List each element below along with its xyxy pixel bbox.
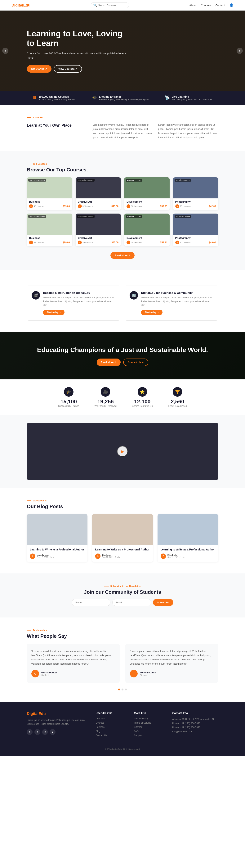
footer-more-3[interactable]: Sitemap <box>134 726 165 728</box>
hero2-section: Educating Champions of a Just and Sustai… <box>0 332 245 379</box>
course-card-6[interactable]: 101 Online Courses Creative Art B 30 Les… <box>76 214 121 246</box>
course-author-2: B 32 Lessons <box>78 204 93 208</box>
stats-bar: 🖥 100,000 Online Courses Focus is having… <box>0 91 245 105</box>
dot-2[interactable] <box>121 688 124 690</box>
facebook-icon[interactable]: f <box>27 729 33 735</box>
search-icon: 🔍 <box>93 3 97 7</box>
nav-about[interactable]: About <box>189 4 197 7</box>
footer-link-1[interactable]: About Us <box>96 717 126 720</box>
stat-item-3: 📡 Live Learning Start with your goals in… <box>165 95 212 100</box>
search-bar[interactable]: 🔍 <box>91 2 129 8</box>
counter-num-3: 12,100 <box>132 399 153 405</box>
footer-link-2[interactable]: Courses <box>96 721 126 724</box>
user-icon[interactable]: 👤 <box>229 3 234 7</box>
newsletter-email-input[interactable] <box>112 599 151 606</box>
footer-link-4[interactable]: Blog <box>96 730 126 733</box>
hero2-buttons: Read More ↗ Contact Us ↗ <box>27 359 218 366</box>
blog-thumb-1 <box>27 514 88 545</box>
footer-useful-links: Usefull Links About Us Courses Services … <box>96 712 126 738</box>
dot-3[interactable] <box>125 688 127 690</box>
course-meta-3: C 30 Lessons $59.00 <box>127 204 167 208</box>
about-title: Learn at Your Own Place <box>27 123 87 128</box>
course-author-4: D 20 Lessons <box>175 204 190 208</box>
nav-courses[interactable]: Courses <box>201 4 211 7</box>
youtube-icon[interactable]: ▶ <box>50 729 56 735</box>
counter-4: 🏆 2,560 Firmly Established <box>168 387 187 407</box>
newsletter-section: Subscribe to our Newsletter Join our Com… <box>0 574 245 618</box>
course-thumb-7: 40 Online Courses <box>124 214 170 235</box>
course-info-6: Creative Art B 30 Lessons $45.00 <box>76 235 121 246</box>
play-button[interactable]: ▶ <box>117 446 128 457</box>
course-card-1[interactable]: 104 Online Courses Business A 40 Lessons… <box>27 177 72 210</box>
read-more-button-2[interactable]: Read More ↗ <box>97 359 120 366</box>
cta-section: 🎬 Become a instructor on DigitalEdu Lore… <box>0 270 245 332</box>
course-meta-5: A 42 Lessons $89.00 <box>29 241 70 244</box>
courses-section: Top Courses Browse Our Top Courses. 104 … <box>0 151 245 270</box>
navbar: DigitalEdu 🔍 About Courses Contact 👤 <box>0 0 245 10</box>
blog-card-3[interactable]: Learning to Write as a Professional Auth… <box>158 514 218 562</box>
stat-item-2: 🎓 Lifetime Entrance Here since giving th… <box>92 95 149 100</box>
footer-more-5[interactable]: Support <box>134 734 165 737</box>
course-title-8: Photography <box>175 237 216 240</box>
blog-card-1[interactable]: Learning to Write as a Professional Auth… <box>27 514 88 562</box>
footer-more-1[interactable]: Privacy Policy <box>134 717 165 720</box>
counter-label-1: Successfully Trained <box>58 405 79 407</box>
search-input[interactable] <box>98 4 127 7</box>
instagram-icon[interactable]: in <box>42 729 48 735</box>
newsletter-name-input[interactable] <box>72 599 110 606</box>
course-card-7[interactable]: 40 Online Courses Development C 30 Lesso… <box>124 214 170 246</box>
course-author-8: D 20 Lessons <box>175 241 190 244</box>
stat-text-3: Live Learning Start with your goals in m… <box>172 95 212 100</box>
course-card-2[interactable]: 101 Online Courses Creative Art B 32 Les… <box>76 177 121 210</box>
about-desc-3: Lorem ipsum viverra feugiat. Pellen tesq… <box>158 123 218 140</box>
cta-btn-2[interactable]: Start today ↗ <box>141 310 163 315</box>
testimonials-tag: Testimonials <box>27 629 218 632</box>
contact-us-button[interactable]: Contact Us ↗ <box>123 359 148 366</box>
footer-link-3[interactable]: Services <box>96 726 126 728</box>
testimonial-avatar-1: G <box>31 670 39 677</box>
view-courses-button[interactable]: View Courses ↗ <box>54 65 82 72</box>
hero-prev-button[interactable]: ‹ <box>2 48 8 54</box>
cta-grid: 🎬 Become a instructor on DigitalEdu Lore… <box>27 285 218 321</box>
hero-section: ‹ Learning to Love, Loving to Learn Choo… <box>0 10 245 91</box>
read-more-wrap: Read More ↗ <box>27 252 218 259</box>
course-badge-5: 104 Online Courses <box>28 215 46 218</box>
hero-next-button[interactable]: › <box>237 48 243 54</box>
course-author-6: B 30 Lessons <box>78 241 93 244</box>
video-section: ▶ <box>0 415 245 488</box>
dot-1[interactable] <box>118 688 120 690</box>
course-card-8[interactable]: 59 Online Courses Photography D 20 Lesso… <box>173 214 218 246</box>
received-icon: 🎥 <box>101 387 110 397</box>
course-card-5[interactable]: 104 Online Courses Business A 42 Lessons… <box>27 214 72 246</box>
stat-text-1: 100,000 Online Courses Focus is having t… <box>38 95 77 100</box>
nav-contact[interactable]: Contact <box>215 4 225 7</box>
course-thumb-2: 101 Online Courses <box>76 177 121 198</box>
footer-link-5[interactable]: Contact Us <box>96 734 126 737</box>
blog-author-info-3: Elizabeth Sep 12, 2021 · 1 min <box>168 554 185 558</box>
testimonial-info-1: Gloria Parker Student <box>41 671 57 676</box>
blog-thumb-2 <box>92 514 153 545</box>
established-icon: 🏆 <box>173 387 182 397</box>
course-title-5: Business <box>29 237 70 240</box>
cta-title-1: Become a instructor on DigitalEdu <box>43 291 115 294</box>
cta-card-2: 🏢 DigitalEdu for business & Community Lo… <box>125 285 218 321</box>
cta-btn-1[interactable]: Start today ↗ <box>43 310 65 315</box>
footer-contact-info: Address: 1234 Street, 123 New York, US P… <box>172 717 218 734</box>
course-info-8: Photography D 20 Lessons $49.00 <box>173 235 218 246</box>
testimonials-section: Testimonials What People Say "Lorem ipsu… <box>0 618 245 702</box>
subscribe-button[interactable]: Subscribe <box>153 599 173 606</box>
blog-card-2[interactable]: Learning to Write as a Professional Auth… <box>92 514 153 562</box>
course-card-3[interactable]: 40 Online Courses Development C 30 Lesso… <box>124 177 170 210</box>
test-name-2: Tommy Laura <box>140 671 156 674</box>
footer-more-4[interactable]: FAQ <box>134 730 165 733</box>
hero2-title: Educating Champions of a Just and Sustai… <box>27 345 218 354</box>
footer-more-2[interactable]: Terms of Service <box>134 721 165 724</box>
twitter-icon[interactable]: t <box>34 729 40 735</box>
get-started-button[interactable]: Get Started ↗ <box>27 65 51 72</box>
read-more-button[interactable]: Read More ↗ <box>110 252 134 259</box>
author-avatar-6: B <box>78 241 82 244</box>
footer-more-info: More Info Privacy Policy Terms of Servic… <box>134 712 165 738</box>
course-info-1: Business A 40 Lessons $39.00 <box>27 198 72 210</box>
cta-desc-1: Lorem ipsum viverra feugiat. Pellen tesq… <box>43 296 115 307</box>
course-card-4[interactable]: 59 Online Courses Photography D 20 Lesso… <box>173 177 218 210</box>
